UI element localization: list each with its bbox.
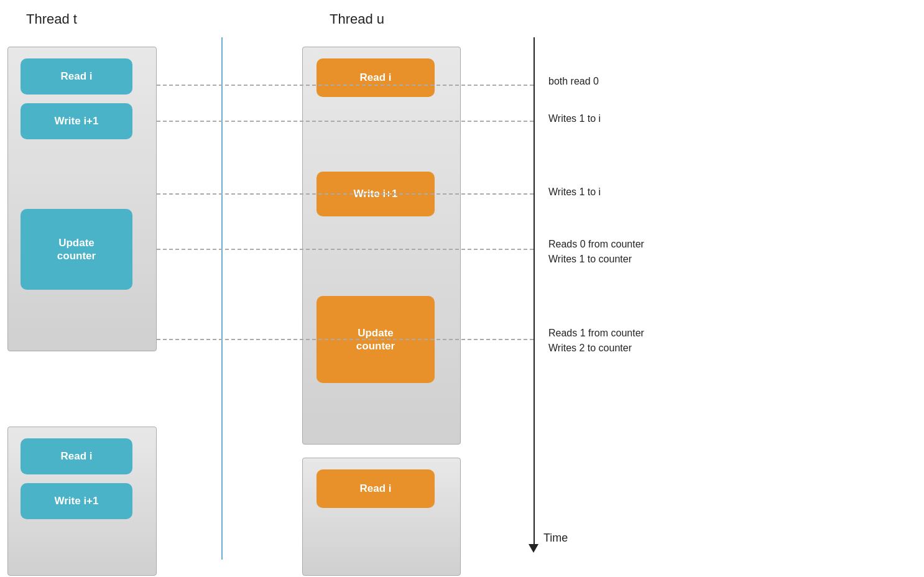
annotation-row1: both read 0 (548, 75, 599, 88)
diagram-container: Thread t Thread u Read i Write i+1 Updat… (0, 0, 924, 577)
annotation-row4a: Reads 0 from counter (548, 238, 644, 251)
thread-t2-read-i-btn: Read i (21, 438, 132, 474)
annotation-row5a: Reads 1 from counter (548, 326, 644, 340)
separator-line (221, 37, 223, 560)
thread-t-update-counter-btn: Update counter (21, 209, 132, 290)
timeline-arrow (529, 544, 538, 553)
thread-t-label: Thread t (26, 11, 77, 27)
time-label: Time (543, 532, 568, 545)
thread-t-read-i-btn: Read i (21, 58, 132, 95)
thread-u2-read-i-btn: Read i (316, 469, 435, 508)
thread-t-box-bottom: Read i Write i+1 (7, 427, 157, 576)
dashed-row4 (157, 249, 534, 250)
dashed-row3 (157, 193, 534, 195)
dashed-row5 (157, 339, 534, 340)
thread-u-read-i-btn: Read i (316, 58, 435, 97)
thread-u-label: Thread u (330, 11, 384, 27)
thread-u-box: Read i Write i+1 Update counter (302, 47, 461, 445)
dashed-row1 (157, 85, 534, 86)
annotation-row5b: Writes 2 to counter (548, 341, 632, 355)
thread-t2-write-i1-btn: Write i+1 (21, 483, 132, 519)
annotation-row3: Writes 1 to i (548, 185, 601, 199)
thread-u-box-bottom: Read i (302, 458, 461, 576)
annotation-row4b: Writes 1 to counter (548, 252, 632, 266)
timeline-line (534, 37, 535, 544)
annotation-row2: Writes 1 to i (548, 112, 601, 126)
dashed-row2 (157, 121, 534, 122)
thread-t-box-top: Read i Write i+1 Update counter (7, 47, 157, 351)
thread-t-write-i1-btn: Write i+1 (21, 103, 132, 139)
